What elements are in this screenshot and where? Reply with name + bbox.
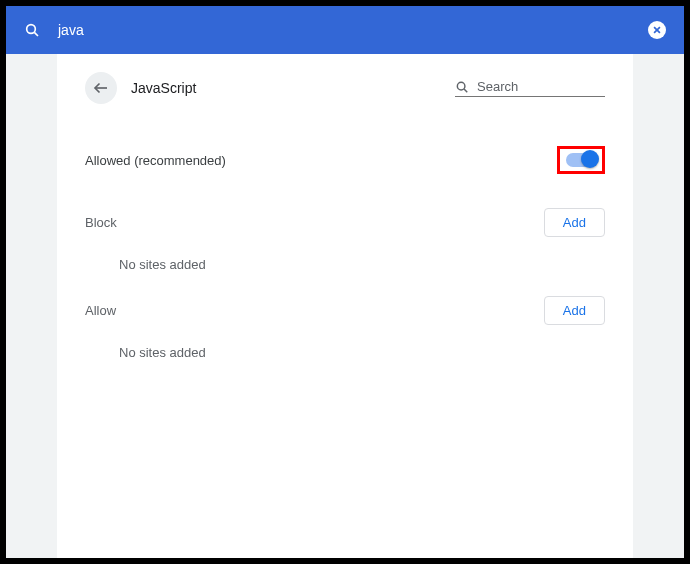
search-icon (24, 22, 40, 38)
clear-search-button[interactable] (648, 21, 666, 39)
block-add-button[interactable]: Add (544, 208, 605, 237)
svg-line-6 (464, 89, 467, 92)
block-empty-message: No sites added (85, 257, 605, 272)
arrow-left-icon (92, 79, 110, 97)
allow-section: Allow Add No sites added (85, 296, 605, 360)
search-icon (455, 80, 469, 94)
top-search-query[interactable]: java (58, 22, 648, 38)
allowed-label: Allowed (recommended) (85, 153, 226, 168)
page-title: JavaScript (131, 80, 455, 96)
top-search-bar: java (6, 6, 684, 54)
block-section: Block Add No sites added (85, 208, 605, 272)
back-button[interactable] (85, 72, 117, 104)
inner-search[interactable] (455, 79, 605, 97)
settings-card: JavaScript Allowed (recommended) (57, 54, 633, 558)
close-icon (652, 25, 662, 35)
svg-point-0 (27, 25, 36, 34)
content-area: JavaScript Allowed (recommended) (6, 54, 684, 558)
allowed-row: Allowed (recommended) (85, 136, 605, 184)
svg-line-1 (34, 32, 38, 36)
allow-empty-message: No sites added (85, 345, 605, 360)
block-title: Block (85, 215, 117, 230)
toggle-highlight (557, 146, 605, 174)
svg-point-5 (457, 82, 465, 90)
allow-title: Allow (85, 303, 116, 318)
javascript-toggle[interactable] (566, 153, 596, 167)
toggle-knob (581, 150, 599, 168)
allow-add-button[interactable]: Add (544, 296, 605, 325)
search-input[interactable] (477, 79, 645, 94)
